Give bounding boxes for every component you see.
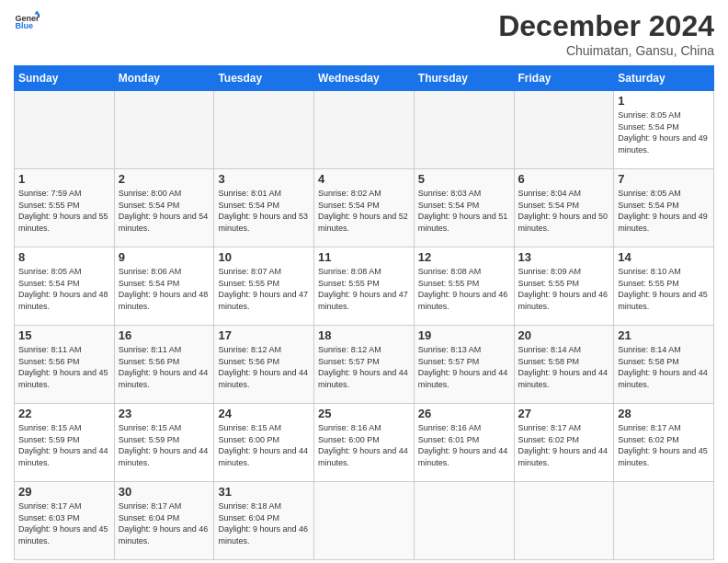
day-number: 13 xyxy=(518,250,610,264)
svg-marker-2 xyxy=(34,10,40,14)
day-cell: 22 Sunrise: 8:15 AMSunset: 5:59 PMDaylig… xyxy=(15,404,115,482)
day-cell: 30 Sunrise: 8:17 AMSunset: 6:04 PMDaylig… xyxy=(114,482,214,560)
day-number: 8 xyxy=(18,250,110,264)
day-cell: 10 Sunrise: 8:07 AMSunset: 5:55 PMDaylig… xyxy=(214,247,314,326)
day-number: 21 xyxy=(618,328,710,342)
page-header: General Blue December 2024 Chuimatan, Ga… xyxy=(14,9,714,58)
day-cell: 9 Sunrise: 8:06 AMSunset: 5:54 PMDayligh… xyxy=(114,247,214,326)
day-cell: 24 Sunrise: 8:15 AMSunset: 6:00 PMDaylig… xyxy=(214,404,314,482)
day-cell xyxy=(314,482,415,560)
day-header-wednesday: Wednesday xyxy=(314,66,415,91)
day-info: Sunrise: 8:06 AMSunset: 5:54 PMDaylight:… xyxy=(119,266,210,312)
month-title: December 2024 xyxy=(498,9,714,43)
day-cell xyxy=(314,91,415,169)
week-row-2: 1 Sunrise: 7:59 AMSunset: 5:55 PMDayligh… xyxy=(15,169,714,247)
day-info: Sunrise: 8:17 AMSunset: 6:02 PMDaylight:… xyxy=(518,422,610,468)
day-number: 22 xyxy=(18,407,110,420)
day-number: 31 xyxy=(218,485,310,499)
logo-icon: General Blue xyxy=(14,9,40,35)
day-cell: 3 Sunrise: 8:01 AMSunset: 5:54 PMDayligh… xyxy=(214,169,314,247)
day-cell: 16 Sunrise: 8:11 AMSunset: 5:56 PMDaylig… xyxy=(114,326,214,404)
day-cell: 2 Sunrise: 8:00 AMSunset: 5:54 PMDayligh… xyxy=(114,169,214,247)
day-cell: 23 Sunrise: 8:15 AMSunset: 5:59 PMDaylig… xyxy=(114,404,214,482)
day-number: 24 xyxy=(218,407,310,420)
day-info: Sunrise: 8:02 AMSunset: 5:54 PMDaylight:… xyxy=(318,188,410,234)
day-cell: 4 Sunrise: 8:02 AMSunset: 5:54 PMDayligh… xyxy=(314,169,415,247)
day-info: Sunrise: 8:01 AMSunset: 5:54 PMDaylight:… xyxy=(218,188,310,234)
day-number: 28 xyxy=(618,407,710,420)
day-cell xyxy=(514,482,614,560)
day-info: Sunrise: 8:11 AMSunset: 5:56 PMDaylight:… xyxy=(119,344,210,390)
day-info: Sunrise: 8:16 AMSunset: 6:00 PMDaylight:… xyxy=(318,422,410,468)
day-info: Sunrise: 8:14 AMSunset: 5:58 PMDaylight:… xyxy=(518,344,610,390)
day-info: Sunrise: 8:07 AMSunset: 5:55 PMDaylight:… xyxy=(218,266,310,312)
day-info: Sunrise: 8:09 AMSunset: 5:55 PMDaylight:… xyxy=(518,266,610,312)
day-info: Sunrise: 8:12 AMSunset: 5:57 PMDaylight:… xyxy=(318,344,410,390)
week-row-6: 29 Sunrise: 8:17 AMSunset: 6:03 PMDaylig… xyxy=(15,482,714,560)
day-info: Sunrise: 8:08 AMSunset: 5:55 PMDaylight:… xyxy=(418,266,510,312)
day-number: 17 xyxy=(218,328,310,342)
day-number: 6 xyxy=(518,172,610,186)
day-info: Sunrise: 8:18 AMSunset: 6:04 PMDaylight:… xyxy=(218,500,310,546)
day-info: Sunrise: 8:04 AMSunset: 5:54 PMDaylight:… xyxy=(518,188,610,234)
day-cell: 29 Sunrise: 8:17 AMSunset: 6:03 PMDaylig… xyxy=(15,482,115,560)
day-cell xyxy=(414,91,514,169)
day-cell: 21 Sunrise: 8:14 AMSunset: 5:58 PMDaylig… xyxy=(614,326,714,404)
day-number: 12 xyxy=(418,250,510,264)
day-number: 14 xyxy=(618,250,710,264)
day-cell: 19 Sunrise: 8:13 AMSunset: 5:57 PMDaylig… xyxy=(414,326,514,404)
week-row-1: 1 Sunrise: 8:05 AMSunset: 5:54 PMDayligh… xyxy=(15,91,714,169)
day-cell: 6 Sunrise: 8:04 AMSunset: 5:54 PMDayligh… xyxy=(514,169,614,247)
day-cell: 25 Sunrise: 8:16 AMSunset: 6:00 PMDaylig… xyxy=(314,404,415,482)
day-header-friday: Friday xyxy=(514,66,614,91)
day-info: Sunrise: 8:15 AMSunset: 5:59 PMDaylight:… xyxy=(18,422,110,468)
day-cell xyxy=(514,91,614,169)
page-container: General Blue December 2024 Chuimatan, Ga… xyxy=(0,0,728,563)
title-area: December 2024 Chuimatan, Gansu, China xyxy=(498,9,714,58)
day-info: Sunrise: 7:59 AMSunset: 5:55 PMDaylight:… xyxy=(18,188,110,234)
day-number: 11 xyxy=(318,250,410,264)
day-cell: 14 Sunrise: 8:10 AMSunset: 5:55 PMDaylig… xyxy=(614,247,714,326)
day-cell: 11 Sunrise: 8:08 AMSunset: 5:55 PMDaylig… xyxy=(314,247,415,326)
calendar-table: SundayMondayTuesdayWednesdayThursdayFrid… xyxy=(14,65,714,560)
day-number: 26 xyxy=(418,407,510,420)
day-header-saturday: Saturday xyxy=(614,66,714,91)
day-cell: 28 Sunrise: 8:17 AMSunset: 6:02 PMDaylig… xyxy=(614,404,714,482)
day-cell xyxy=(414,482,514,560)
day-number: 23 xyxy=(119,407,210,420)
day-number: 27 xyxy=(518,407,610,420)
day-info: Sunrise: 8:17 AMSunset: 6:04 PMDaylight:… xyxy=(119,500,210,546)
day-info: Sunrise: 8:17 AMSunset: 6:02 PMDaylight:… xyxy=(618,422,710,468)
day-number: 4 xyxy=(318,172,410,186)
day-number: 15 xyxy=(18,328,110,342)
day-number: 30 xyxy=(119,485,210,499)
day-cell: 12 Sunrise: 8:08 AMSunset: 5:55 PMDaylig… xyxy=(414,247,514,326)
day-number: 1 xyxy=(18,172,110,186)
day-cell: 1 Sunrise: 8:05 AMSunset: 5:54 PMDayligh… xyxy=(614,91,714,169)
day-header-sunday: Sunday xyxy=(15,66,115,91)
day-cell: 13 Sunrise: 8:09 AMSunset: 5:55 PMDaylig… xyxy=(514,247,614,326)
day-cell xyxy=(614,482,714,560)
day-number: 9 xyxy=(119,250,210,264)
day-info: Sunrise: 8:05 AMSunset: 5:54 PMDaylight:… xyxy=(18,266,110,312)
day-number: 2 xyxy=(119,172,210,186)
day-number: 7 xyxy=(618,172,710,186)
day-info: Sunrise: 8:15 AMSunset: 6:00 PMDaylight:… xyxy=(218,422,310,468)
day-number: 29 xyxy=(18,485,110,499)
day-cell: 20 Sunrise: 8:14 AMSunset: 5:58 PMDaylig… xyxy=(514,326,614,404)
day-cell: 31 Sunrise: 8:18 AMSunset: 6:04 PMDaylig… xyxy=(214,482,314,560)
day-info: Sunrise: 8:12 AMSunset: 5:56 PMDaylight:… xyxy=(218,344,310,390)
day-cell: 8 Sunrise: 8:05 AMSunset: 5:54 PMDayligh… xyxy=(15,247,115,326)
day-info: Sunrise: 8:14 AMSunset: 5:58 PMDaylight:… xyxy=(618,344,710,390)
location-subtitle: Chuimatan, Gansu, China xyxy=(498,43,714,58)
day-cell: 7 Sunrise: 8:05 AMSunset: 5:54 PMDayligh… xyxy=(614,169,714,247)
day-number: 1 xyxy=(618,94,710,108)
day-number: 16 xyxy=(119,328,210,342)
day-cell: 26 Sunrise: 8:16 AMSunset: 6:01 PMDaylig… xyxy=(414,404,514,482)
day-number: 19 xyxy=(418,328,510,342)
day-info: Sunrise: 8:05 AMSunset: 5:54 PMDaylight:… xyxy=(618,109,710,155)
day-number: 10 xyxy=(218,250,310,264)
day-info: Sunrise: 8:11 AMSunset: 5:56 PMDaylight:… xyxy=(18,344,110,390)
day-number: 25 xyxy=(318,407,410,420)
day-info: Sunrise: 8:05 AMSunset: 5:54 PMDaylight:… xyxy=(618,188,710,234)
